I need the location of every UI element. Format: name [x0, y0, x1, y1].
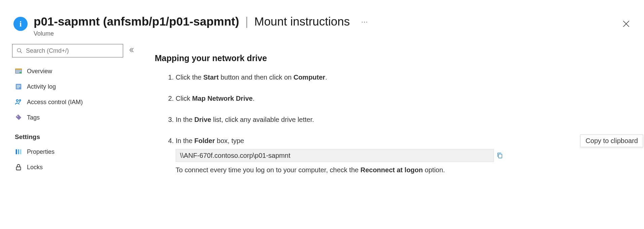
- iam-icon: [15, 98, 22, 106]
- copy-to-clipboard-button[interactable]: [494, 149, 505, 162]
- svg-rect-12: [18, 149, 19, 154]
- svg-rect-2: [15, 69, 22, 70]
- info-icon: i: [13, 17, 28, 31]
- search-input[interactable]: [26, 47, 119, 54]
- svg-point-10: [17, 116, 18, 117]
- sidebar-item-iam[interactable]: Access control (IAM): [12, 94, 136, 110]
- svg-point-9: [20, 100, 21, 101]
- step-4: In the Folder box, type \\ANF-670f.conto…: [176, 136, 631, 175]
- close-button[interactable]: [622, 19, 631, 30]
- search-box[interactable]: [12, 44, 123, 57]
- overview-icon: [15, 67, 22, 75]
- title-wrap: p01-sapmnt (anfsmb/p1/p01-sapmnt) | Moun…: [34, 15, 368, 37]
- sidebar-item-activity-log[interactable]: Activity log: [12, 79, 136, 94]
- step-3: In the Drive list, click any available d…: [176, 115, 631, 125]
- sidebar-item-label: Tags: [27, 114, 40, 121]
- title-separator: |: [245, 15, 249, 28]
- properties-icon: [15, 148, 22, 155]
- svg-point-3: [20, 72, 22, 74]
- collapse-sidebar-button[interactable]: [129, 47, 136, 55]
- resource-title: p01-sapmnt (anfsmb/p1/p01-sapmnt): [34, 15, 239, 28]
- tags-icon: [15, 114, 22, 121]
- svg-rect-14: [16, 167, 21, 170]
- svg-point-8: [16, 100, 19, 102]
- resource-type-label: Volume: [34, 30, 368, 37]
- svg-rect-11: [16, 149, 17, 154]
- sidebar-item-locks[interactable]: Locks: [12, 159, 136, 175]
- sidebar-item-properties[interactable]: Properties: [12, 144, 136, 159]
- step-2: Click Map Network Drive.: [176, 94, 631, 103]
- locks-icon: [15, 164, 22, 171]
- sidebar: Overview Activity log Access control (IA…: [4, 42, 136, 229]
- network-path-box[interactable]: \\ANF-670f.contoso.corp\p01-sapmnt: [176, 149, 494, 162]
- blade-subtitle: Mount instructions: [254, 15, 350, 28]
- sidebar-item-tags[interactable]: Tags: [12, 110, 136, 125]
- content-heading: Mapping your network drive: [155, 53, 631, 63]
- sidebar-item-label: Overview: [27, 68, 52, 75]
- sidebar-item-overview[interactable]: Overview: [12, 63, 136, 79]
- sidebar-item-label: Locks: [27, 164, 43, 171]
- sidebar-section-settings: Settings: [12, 125, 136, 144]
- sidebar-item-label: Access control (IAM): [27, 99, 83, 106]
- sidebar-item-label: Activity log: [27, 83, 56, 90]
- svg-rect-13: [20, 149, 22, 154]
- search-icon: [16, 48, 23, 54]
- instruction-list: Click the Start button and then click on…: [155, 73, 631, 175]
- svg-rect-6: [17, 86, 21, 87]
- copy-icon: [496, 152, 503, 159]
- sidebar-item-label: Properties: [27, 148, 55, 155]
- svg-point-0: [17, 48, 21, 52]
- activity-log-icon: [15, 83, 22, 90]
- svg-rect-15: [499, 154, 502, 158]
- svg-rect-5: [17, 85, 21, 86]
- step-1: Click the Start button and then click on…: [176, 73, 631, 82]
- main-content: Mapping your network drive Click the Sta…: [136, 42, 644, 229]
- svg-rect-7: [17, 88, 19, 88]
- more-menu-button[interactable]: ···: [361, 18, 368, 26]
- blade-header: i p01-sapmnt (anfsmb/p1/p01-sapmnt) | Mo…: [4, 7, 644, 42]
